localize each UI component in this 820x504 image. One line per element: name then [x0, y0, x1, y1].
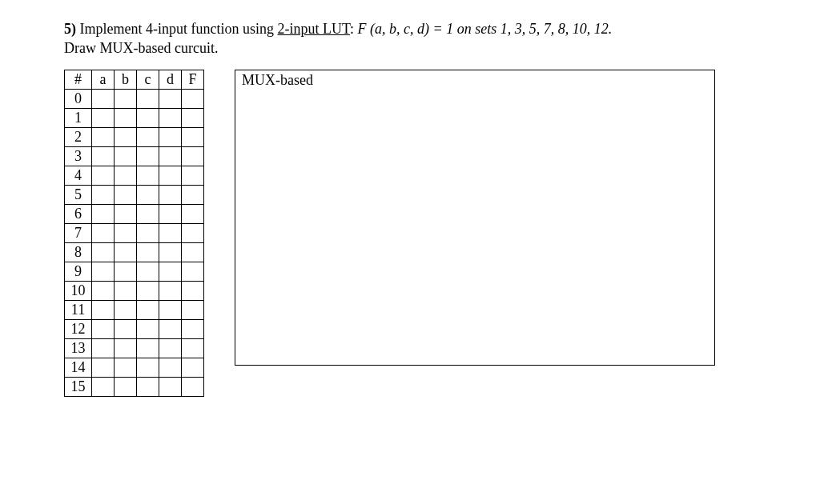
table-row: 10	[65, 281, 204, 300]
header-c: c	[137, 70, 159, 89]
header-num: #	[65, 70, 92, 89]
table-row: 8	[65, 242, 204, 262]
table-row: 13	[65, 338, 204, 358]
table-row: 9	[65, 262, 204, 281]
table-header-row: # a b c d F	[65, 70, 204, 89]
table-row: 7	[65, 223, 204, 242]
question-part2: :	[350, 21, 358, 37]
question-line2: Draw MUX-based curcuit.	[64, 40, 218, 56]
mux-label: MUX-based	[242, 72, 313, 88]
question-underline: 2-input LUT	[277, 21, 350, 37]
table-row: 12	[65, 319, 204, 338]
header-a: a	[92, 70, 115, 89]
header-b: b	[115, 70, 137, 89]
table-row: 5	[65, 185, 204, 204]
question-number: 5)	[64, 21, 76, 37]
content-row: # a b c d F 0 1 2 3 4 5 6 7 8 9 10 11 12…	[64, 70, 756, 397]
table-row: 3	[65, 146, 204, 166]
table-row: 1	[65, 108, 204, 127]
mux-drawing-area: MUX-based	[235, 70, 715, 366]
table-row: 0	[65, 89, 204, 108]
table-row: 2	[65, 127, 204, 146]
table-row: 4	[65, 166, 204, 185]
question-part1: Implement 4-input function using	[80, 21, 278, 37]
table-row: 15	[65, 377, 204, 396]
truth-table: # a b c d F 0 1 2 3 4 5 6 7 8 9 10 11 12…	[64, 70, 204, 397]
header-d: d	[159, 70, 182, 89]
table-row: 6	[65, 204, 204, 223]
question-text: 5) Implement 4-input function using 2-in…	[64, 19, 756, 58]
question-function: F (a, b, c, d) = 1 on sets 1, 3, 5, 7, 8…	[358, 21, 613, 37]
table-row: 11	[65, 300, 204, 319]
table-row: 14	[65, 358, 204, 377]
header-F: F	[182, 70, 204, 89]
